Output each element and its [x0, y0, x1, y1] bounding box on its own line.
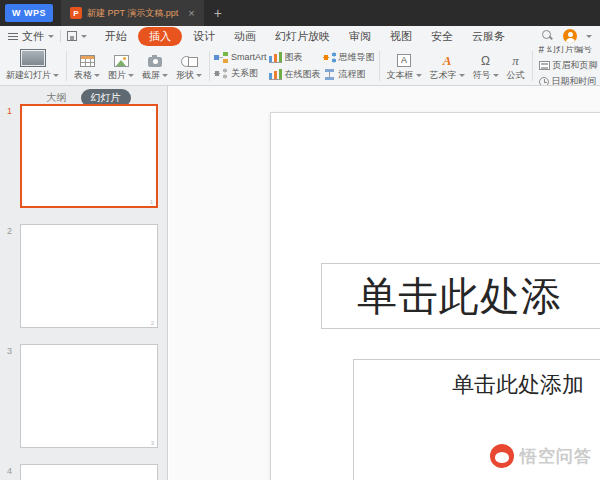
- diagram-label: 关系图: [231, 67, 258, 80]
- watermark: 悟空问答: [490, 444, 592, 468]
- dropdown-caret-icon: [459, 74, 465, 77]
- picture-button[interactable]: 图片: [105, 48, 137, 84]
- flowchart-button[interactable]: 流程图: [323, 68, 375, 81]
- slide-index: 4: [7, 466, 12, 476]
- tab-review[interactable]: 审阅: [341, 27, 379, 46]
- chart-button[interactable]: 图表: [269, 51, 321, 64]
- picture-icon: [114, 55, 129, 67]
- wps-presentation-window: W WPS P 新建 PPT 演示文稿.ppt × + 文件 开始 插入 设计 …: [0, 0, 600, 480]
- clock-icon: [539, 77, 549, 87]
- formula-label: 公式: [507, 69, 525, 82]
- dropdown-caret-icon: [162, 74, 168, 77]
- dropdown-caret-icon: [128, 74, 134, 77]
- smartart-label: SmartArt: [231, 52, 267, 62]
- slide-number-button[interactable]: # 幻灯片编号: [539, 46, 598, 56]
- slide-canvas: 单击此处添 单击此处添加 悟空问答: [169, 86, 600, 480]
- textbox-icon: A: [397, 54, 411, 67]
- datetime-label: 日期和时间: [552, 75, 597, 86]
- tab-slideshow[interactable]: 幻灯片放映: [267, 27, 338, 46]
- tab-design[interactable]: 设计: [185, 27, 223, 46]
- dropdown-caret-icon: [94, 74, 100, 77]
- textbox-button[interactable]: A 文本框: [384, 48, 425, 84]
- new-tab-button[interactable]: +: [214, 6, 222, 20]
- shapes-label: 形状: [176, 69, 194, 82]
- smartart-icon: [214, 52, 228, 63]
- wordart-button[interactable]: A 艺术字: [427, 48, 468, 84]
- watermark-text: 悟空问答: [520, 445, 592, 468]
- close-tab-icon[interactable]: ×: [188, 8, 194, 19]
- screenshot-button[interactable]: 截屏: [139, 48, 171, 84]
- slide-thumbnail-2[interactable]: 2: [20, 224, 158, 328]
- shapes-icon: [181, 55, 198, 67]
- ribbon-tabs: 开始 插入 设计 动画 幻灯片放映 审阅 视图 安全 云服务: [97, 27, 513, 46]
- symbol-button[interactable]: Ω 符号: [470, 48, 502, 84]
- slide-thumbnail-3[interactable]: 3: [20, 344, 158, 448]
- slide-thumbnail-1[interactable]: 1: [20, 104, 158, 208]
- file-menu-label: 文件: [22, 29, 44, 44]
- screenshot-icon: [148, 57, 162, 67]
- textbox-label: 文本框: [387, 69, 414, 82]
- dropdown-caret-icon: [416, 74, 422, 77]
- new-slide-label: 新建幻灯片: [6, 69, 51, 82]
- datetime-button[interactable]: 日期和时间: [539, 75, 598, 86]
- diagram-button[interactable]: 关系图: [214, 67, 267, 80]
- ribbon-separator: [532, 51, 533, 81]
- header-footer-icon: [539, 61, 550, 70]
- chevron-down-icon[interactable]: [586, 35, 592, 38]
- tab-animation[interactable]: 动画: [226, 27, 264, 46]
- formula-icon: π: [512, 54, 519, 67]
- shapes-button[interactable]: 形状: [173, 48, 205, 84]
- user-avatar-icon[interactable]: [563, 29, 577, 43]
- ribbon-separator: [66, 51, 67, 81]
- thumb-page-number: 3: [151, 440, 154, 446]
- thumb-page-number: 2: [151, 320, 154, 326]
- title-placeholder[interactable]: 单击此处添: [321, 263, 600, 329]
- flowchart-icon: [323, 69, 336, 80]
- table-label: 表格: [74, 69, 92, 82]
- menubar: 文件 开始 插入 设计 动画 幻灯片放映 审阅 视图 安全 云服务: [0, 26, 600, 46]
- dropdown-caret-icon: [53, 74, 59, 77]
- formula-button[interactable]: π 公式: [504, 48, 528, 84]
- titlebar: W WPS P 新建 PPT 演示文稿.ppt × +: [0, 0, 600, 26]
- header-footer-button[interactable]: 页眉和页脚: [539, 59, 598, 72]
- tab-security[interactable]: 安全: [423, 27, 461, 46]
- wps-logo[interactable]: W WPS: [5, 4, 53, 22]
- title-placeholder-text: 单击此处添: [357, 269, 562, 324]
- slide-number-icon: #: [539, 46, 545, 55]
- document-tab[interactable]: P 新建 PPT 演示文稿.ppt ×: [61, 0, 204, 26]
- mindmap-button[interactable]: 思维导图: [323, 51, 375, 64]
- chevron-down-icon: [48, 35, 54, 38]
- ppt-file-icon: P: [70, 7, 82, 19]
- search-icon[interactable]: [542, 30, 554, 42]
- menubar-right-icons: [542, 29, 592, 43]
- wordart-label: 艺术字: [430, 69, 457, 82]
- new-slide-button[interactable]: 新建幻灯片: [3, 48, 62, 84]
- slide-index: 2: [7, 226, 12, 236]
- chevron-down-icon[interactable]: [81, 35, 87, 38]
- header-footer-label: 页眉和页脚: [553, 59, 598, 72]
- symbol-icon: Ω: [481, 55, 490, 67]
- chart-label: 图表: [285, 51, 303, 64]
- table-icon: [80, 55, 95, 67]
- dropdown-caret-icon: [196, 74, 202, 77]
- ribbon-separator: [209, 51, 210, 81]
- divider: [60, 30, 61, 42]
- slide-number-label: 幻灯片编号: [547, 46, 592, 56]
- symbol-label: 符号: [473, 69, 491, 82]
- slide-index: 1: [7, 106, 12, 116]
- table-button[interactable]: 表格: [71, 48, 103, 84]
- mindmap-label: 思维导图: [339, 51, 375, 64]
- tab-cloud[interactable]: 云服务: [464, 27, 513, 46]
- slide-editing-area[interactable]: 单击此处添 单击此处添加: [270, 112, 600, 480]
- file-menu-button[interactable]: 文件: [8, 29, 54, 44]
- slide-thumbnail-4[interactable]: 4: [20, 464, 158, 480]
- tab-view[interactable]: 视图: [382, 27, 420, 46]
- screenshot-label: 截屏: [142, 69, 160, 82]
- online-chart-button[interactable]: 在线图表: [269, 68, 321, 81]
- online-chart-label: 在线图表: [285, 68, 321, 81]
- smartart-button[interactable]: SmartArt: [214, 52, 267, 63]
- tab-insert[interactable]: 插入: [138, 27, 182, 46]
- save-icon[interactable]: [67, 31, 77, 41]
- tab-home[interactable]: 开始: [97, 27, 135, 46]
- diagram-icon: [214, 68, 228, 79]
